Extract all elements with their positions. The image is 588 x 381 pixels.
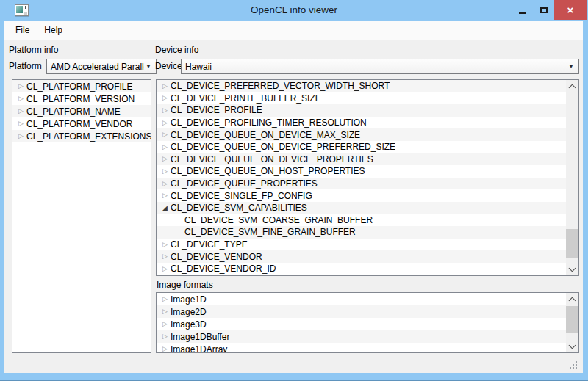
tree-item-label: CL_DEVICE_TYPE [171, 239, 248, 250]
window-controls: × [512, 0, 587, 20]
tree-row[interactable]: ▷CL_PLATFORM_VERSION [12, 92, 151, 105]
tree-row[interactable]: ▷CL_DEVICE_QUEUE_PROPERTIES [157, 178, 566, 190]
platform-combobox-value: AMD Accelerated Parallel [47, 62, 144, 72]
device-combobox-value: Hawaii [182, 62, 567, 72]
platform-combobox[interactable]: AMD Accelerated Parallel ▼ [46, 59, 157, 74]
tree-row[interactable]: ▷CL_DEVICE_PROFILING_TIMER_RESOLUTION [157, 117, 566, 129]
tree-item-label: CL_DEVICE_SVM_CAPABILITIES [171, 203, 307, 213]
minimize-icon [519, 12, 526, 14]
collapse-arrow-icon[interactable]: ◢ [159, 205, 171, 211]
image-formats-header: Image formats [157, 280, 213, 290]
expand-arrow-icon[interactable]: ▷ [159, 95, 171, 101]
expand-arrow-icon[interactable]: ▷ [159, 156, 171, 162]
expand-arrow-icon[interactable]: ▷ [15, 133, 26, 139]
image-formats-scrollbar[interactable] [566, 293, 578, 352]
scrollbar-thumb[interactable] [566, 229, 578, 258]
menu-file[interactable]: File [8, 22, 37, 38]
expand-arrow-icon[interactable]: ▷ [159, 242, 171, 248]
scroll-down-button[interactable] [566, 263, 578, 275]
tree-row[interactable]: ▷CL_DEVICE_PREFERRED_VECTOR_WIDTH_SHORT [157, 80, 566, 92]
expand-arrow-icon[interactable]: ▷ [159, 346, 171, 352]
tree-row[interactable]: ▷Image1D [157, 293, 566, 305]
titlebar[interactable]: OpenCL info viewer × [0, 0, 588, 21]
tree-row[interactable]: ▷CL_DEVICE_QUEUE_ON_DEVICE_MAX_SIZE [157, 128, 566, 141]
tree-row[interactable]: ▷CL_PLATFORM_VENDOR [12, 117, 151, 130]
expand-arrow-icon[interactable]: ▷ [159, 308, 171, 315]
tree-row[interactable]: CL_DEVICE_SVM_FINE_GRAIN_BUFFER [157, 226, 566, 239]
tree-row[interactable]: ▷CL_DEVICE_QUEUE_ON_HOST_PROPERTIES [157, 165, 566, 178]
maximize-icon [540, 7, 548, 13]
platform-field-label: Platform [9, 59, 42, 74]
tree-row[interactable]: ▷CL_PLATFORM_NAME [12, 105, 151, 117]
device-tree[interactable]: ▷CL_DEVICE_PREFERRED_VECTOR_WIDTH_SHORT▷… [156, 79, 579, 276]
tree-row[interactable]: ▷CL_DEVICE_VENDOR_ID [157, 263, 566, 275]
device-tree-scrollbar[interactable] [566, 80, 578, 275]
scroll-up-button[interactable] [566, 80, 578, 92]
tree-row[interactable]: ▷CL_PLATFORM_EXTENSIONS [12, 130, 151, 142]
expand-arrow-icon[interactable]: ▷ [159, 321, 171, 327]
tree-row[interactable]: ▷CL_DEVICE_PRINTF_BUFFER_SIZE [157, 92, 566, 105]
tree-row[interactable]: ▷CL_DEVICE_PROFILE [157, 104, 566, 117]
maximize-button[interactable] [533, 0, 554, 20]
expand-arrow-icon[interactable]: ▷ [15, 83, 26, 90]
chevron-down-icon: ▼ [144, 63, 156, 70]
image-formats-tree-rows: ▷Image1D▷Image2D▷Image3D▷Image1DBuffer▷I… [157, 293, 566, 352]
expand-arrow-icon[interactable]: ▷ [159, 253, 171, 260]
tree-item-label: CL_DEVICE_PRINTF_BUFFER_SIZE [171, 93, 321, 104]
expand-arrow-icon[interactable]: ▷ [159, 120, 171, 126]
close-button[interactable]: × [554, 0, 587, 20]
tree-item-label: CL_PLATFORM_EXTENSIONS [26, 131, 151, 142]
tree-row[interactable]: ▷Image1DBuffer [157, 330, 566, 343]
tree-item-label: CL_DEVICE_SVM_FINE_GRAIN_BUFFER [184, 227, 356, 237]
menubar: File Help [4, 21, 583, 40]
tree-row[interactable]: CL_DEVICE_SVM_COARSE_GRAIN_BUFFER [157, 214, 566, 227]
window-title: OpenCL info viewer [0, 0, 588, 21]
resize-grip[interactable] [568, 360, 578, 370]
scroll-down-button[interactable] [566, 340, 578, 352]
tree-item-label: CL_DEVICE_VENDOR [171, 252, 262, 262]
tree-row[interactable]: ▷CL_DEVICE_QUEUE_ON_DEVICE_PROPERTIES [157, 153, 566, 166]
expand-arrow-icon[interactable]: ▷ [15, 95, 26, 102]
expand-arrow-icon[interactable]: ▷ [159, 131, 171, 138]
tree-item-label: CL_DEVICE_PROFILE [171, 105, 262, 115]
tree-item-label: Image1DArray [171, 344, 227, 354]
tree-item-label: CL_DEVICE_QUEUE_ON_DEVICE_MAX_SIZE [171, 130, 360, 140]
tree-row[interactable]: ◢CL_DEVICE_SVM_CAPABILITIES [157, 202, 566, 214]
tree-row[interactable]: ▷CL_DEVICE_VENDOR [157, 250, 566, 263]
tree-row[interactable]: ▷CL_DEVICE_SINGLE_FP_CONFIG [157, 189, 566, 202]
expand-arrow-icon[interactable]: ▷ [159, 168, 171, 175]
platform-tree[interactable]: ▷CL_PLATFORM_PROFILE▷CL_PLATFORM_VERSION… [12, 79, 151, 353]
expand-arrow-icon[interactable]: ▷ [15, 120, 26, 127]
expand-arrow-icon[interactable]: ▷ [159, 107, 171, 114]
tree-row[interactable]: ▷Image2D [157, 305, 566, 318]
menu-help[interactable]: Help [37, 22, 70, 38]
tree-row[interactable]: ▷CL_DEVICE_TYPE [157, 239, 566, 251]
scroll-up-button[interactable] [566, 293, 578, 305]
image-formats-tree[interactable]: ▷Image1D▷Image2D▷Image3D▷Image1DBuffer▷I… [156, 292, 579, 353]
tree-item-label: Image2D [171, 307, 207, 317]
chevron-up-icon [569, 84, 576, 91]
tree-item-label: CL_DEVICE_PREFERRED_VECTOR_WIDTH_SHORT [171, 81, 390, 91]
tree-row[interactable]: ▷CL_PLATFORM_PROFILE [12, 80, 151, 92]
scrollbar-thumb[interactable] [566, 306, 578, 333]
expand-arrow-icon[interactable]: ▷ [159, 144, 171, 150]
tree-item-label: CL_DEVICE_QUEUE_PROPERTIES [171, 178, 318, 189]
tree-row[interactable]: ▷Image1DArray [157, 343, 566, 353]
device-field-label: Device [155, 59, 182, 74]
expand-arrow-icon[interactable]: ▷ [159, 333, 171, 340]
expand-arrow-icon[interactable]: ▷ [159, 181, 171, 187]
tree-item-label: CL_DEVICE_QUEUE_ON_HOST_PROPERTIES [171, 166, 365, 176]
tree-item-label: CL_DEVICE_SINGLE_FP_CONFIG [171, 191, 312, 201]
tree-row[interactable]: ▷Image3D [157, 318, 566, 330]
platform-info-header: Platform info [9, 45, 58, 55]
expand-arrow-icon[interactable]: ▷ [159, 192, 171, 199]
tree-row[interactable]: ▷CL_DEVICE_QUEUE_ON_DEVICE_PREFERRED_SIZ… [157, 141, 566, 153]
minimize-button[interactable] [512, 0, 533, 20]
expand-arrow-icon[interactable]: ▷ [159, 266, 171, 272]
chevron-down-icon [569, 341, 576, 349]
expand-arrow-icon[interactable]: ▷ [159, 296, 171, 302]
tree-item-label: Image1DBuffer [171, 332, 230, 342]
device-combobox[interactable]: Hawaii ▼ [181, 59, 579, 74]
expand-arrow-icon[interactable]: ▷ [15, 108, 26, 115]
expand-arrow-icon[interactable]: ▷ [159, 83, 171, 90]
